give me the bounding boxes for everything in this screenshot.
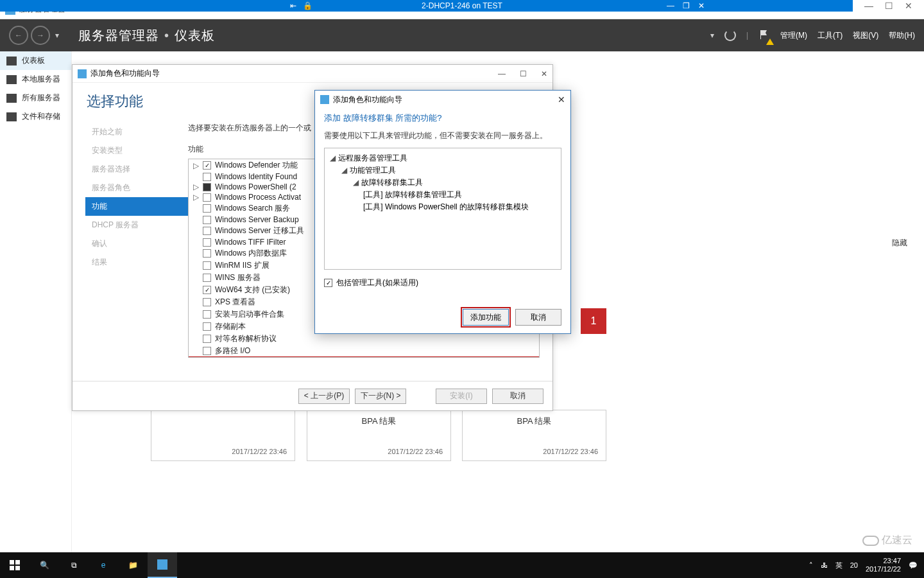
checkbox-icon[interactable]: [203, 298, 211, 306]
wizard-step[interactable]: 开始之前: [92, 123, 188, 141]
sidebar-item-dashboard[interactable]: 仪表板: [0, 51, 71, 70]
checkbox-icon[interactable]: [203, 335, 211, 343]
checkbox-icon[interactable]: [203, 274, 211, 282]
checkbox-icon[interactable]: [203, 173, 211, 181]
checkbox-icon[interactable]: [203, 347, 211, 355]
checkbox-icon[interactable]: [203, 227, 211, 235]
tray-network-icon[interactable]: 🖧: [821, 561, 828, 569]
vm-minimize-icon[interactable]: —: [666, 1, 675, 10]
menu-help[interactable]: 帮助(H): [889, 30, 915, 41]
task-view-icon[interactable]: ⧉: [59, 552, 89, 578]
checkbox-icon[interactable]: [203, 204, 211, 213]
notifications-flag-icon[interactable]: [758, 29, 770, 42]
feature-row[interactable]: 故障转移群集: [189, 357, 539, 358]
wizard-minimize-icon[interactable]: —: [498, 69, 506, 78]
checkbox-icon[interactable]: ■: [203, 183, 211, 191]
host-maximize-icon[interactable]: ☐: [885, 1, 893, 11]
wizard-cancel-button[interactable]: 取消: [492, 389, 543, 404]
wizard-step[interactable]: 确认: [92, 234, 188, 253]
taskbar-clock[interactable]: 23:47 2017/12/22: [866, 557, 901, 574]
feature-label: Windows PowerShell (2: [215, 182, 296, 191]
feature-label: 对等名称解析协议: [215, 333, 277, 344]
vm-restore-icon[interactable]: ❐: [681, 1, 690, 10]
dialog-cancel-button[interactable]: 取消: [515, 309, 561, 326]
feature-label: Windows Search 服务: [215, 203, 290, 214]
checkbox-icon[interactable]: [203, 310, 211, 319]
expander-icon[interactable]: ▷: [193, 161, 199, 170]
wizard-install-button[interactable]: 安装(I): [436, 389, 487, 404]
ime-kb[interactable]: 20: [850, 561, 858, 569]
checkbox-icon[interactable]: [203, 216, 211, 224]
ime-lang[interactable]: 英: [835, 561, 843, 570]
tree-node[interactable]: ◢ 故障转移群集工具: [329, 177, 557, 189]
tray-notifications-icon[interactable]: 💬: [909, 561, 918, 570]
warning-triangle-icon: [766, 39, 774, 45]
wizard-step[interactable]: 结果: [92, 253, 188, 272]
expander-icon[interactable]: ▷: [193, 193, 199, 202]
hide-button[interactable]: 隐藏: [892, 238, 907, 249]
nav-back-icon[interactable]: ←: [9, 26, 28, 45]
wizard-step[interactable]: DHCP 服务器: [92, 216, 188, 234]
menu-tools[interactable]: 工具(T): [817, 30, 843, 41]
wizard-step[interactable]: 服务器选择: [92, 160, 188, 179]
feature-label: Windows TIFF IFilter: [215, 238, 286, 247]
server-icon: [6, 75, 17, 84]
start-button[interactable]: [0, 552, 30, 578]
checkbox-icon[interactable]: ✓: [203, 161, 211, 170]
refresh-icon[interactable]: [724, 30, 736, 41]
wizard-title: 添加角色和功能向导: [90, 68, 160, 79]
checkbox-icon[interactable]: [203, 193, 211, 202]
system-tray: ˄ 🖧 英 20 23:47 2017/12/22 💬: [809, 557, 924, 574]
checkbox-icon[interactable]: [203, 249, 211, 258]
sidebar-item-all-servers[interactable]: 所有服务器: [0, 89, 71, 107]
server-manager-taskbar-icon[interactable]: [148, 552, 177, 578]
tree-label: [工具] Windows PowerShell 的故障转移群集模块: [363, 202, 529, 211]
taskbar: 🔍 ⧉ e 📁 ˄ 🖧 英 20 23:47 2017/12/22 💬: [0, 552, 924, 578]
sidebar-item-local-server[interactable]: 本地服务器: [0, 70, 71, 89]
checkbox-icon[interactable]: ✓: [324, 279, 332, 287]
wizard-close-icon[interactable]: ✕: [541, 69, 547, 78]
tree-expander-icon[interactable]: ◢: [352, 178, 359, 187]
wizard-step[interactable]: 功能: [85, 197, 188, 216]
checkbox-icon[interactable]: [203, 238, 211, 247]
host-close-icon[interactable]: ✕: [905, 1, 912, 11]
wizard-step[interactable]: 服务器角色: [92, 179, 188, 197]
wizard-next-button[interactable]: 下一步(N) >: [355, 389, 406, 404]
tree-node[interactable]: [工具] Windows PowerShell 的故障转移群集模块: [329, 201, 557, 213]
dialog-include-management-tools[interactable]: ✓ 包括管理工具(如果适用): [315, 270, 570, 296]
menu-manage[interactable]: 管理(M): [780, 30, 807, 41]
feature-row[interactable]: 多路径 I/O: [189, 345, 539, 357]
expander-icon[interactable]: ▷: [193, 182, 199, 191]
file-explorer-icon[interactable]: 📁: [118, 552, 148, 578]
search-icon[interactable]: 🔍: [30, 552, 59, 578]
tree-expander-icon[interactable]: ◢: [329, 153, 336, 162]
menu-view[interactable]: 视图(V): [853, 30, 878, 41]
dialog-add-features-button[interactable]: 添加功能: [463, 309, 509, 326]
nav-dropdown-icon[interactable]: ▾: [55, 31, 59, 40]
checkbox-icon[interactable]: [203, 322, 211, 331]
tree-node[interactable]: ◢ 远程服务器管理工具: [329, 152, 557, 164]
tree-node[interactable]: ◢ 功能管理工具: [329, 164, 557, 177]
tray-up-icon[interactable]: ˄: [809, 561, 813, 570]
vm-lock-icon[interactable]: 🔒: [303, 1, 312, 10]
host-minimize-icon[interactable]: —: [864, 1, 873, 11]
dialog-close-icon[interactable]: ✕: [558, 94, 565, 105]
checkbox-icon[interactable]: ✓: [203, 286, 211, 294]
feature-row[interactable]: 对等名称解析协议: [189, 333, 539, 345]
wizard-maximize-icon[interactable]: ☐: [520, 69, 527, 78]
tile-timestamp: 2017/12/22 23:46: [232, 448, 287, 455]
vm-ctrl-alt-del-icon[interactable]: ⇤: [289, 1, 298, 10]
vm-close-icon[interactable]: ✕: [697, 1, 706, 10]
nav-forward-icon[interactable]: →: [31, 26, 50, 45]
wizard-step[interactable]: 安装类型: [92, 141, 188, 160]
sidebar-item-file-storage[interactable]: 文件和存储: [0, 107, 71, 126]
feature-label: 安装与启动事件合集: [215, 309, 284, 320]
vm-title: 2-DHCP1-246 on TEST: [422, 1, 502, 10]
tree-node[interactable]: [工具] 故障转移群集管理工具: [329, 189, 557, 201]
dialog-heading: 添加 故障转移群集 所需的功能?: [315, 109, 570, 130]
ie-icon[interactable]: e: [89, 552, 118, 578]
checkbox-icon[interactable]: [203, 261, 211, 270]
tree-expander-icon[interactable]: ◢: [340, 166, 348, 175]
wizard-prev-button[interactable]: < 上一步(P): [298, 389, 350, 404]
header-dropdown-icon[interactable]: ▾: [710, 31, 714, 40]
